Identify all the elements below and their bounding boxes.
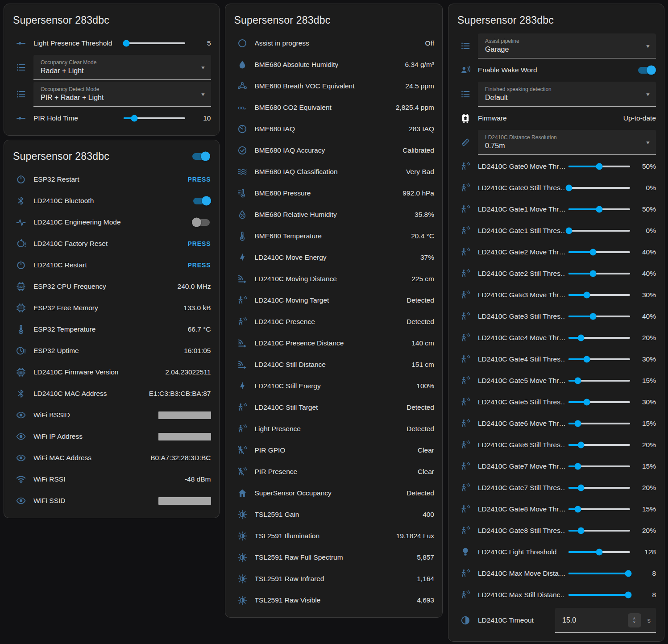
ld2410c-gate1-move-thr-slider[interactable] — [568, 203, 630, 216]
slider-thumb[interactable] — [574, 463, 581, 470]
esp32-restart-press-button[interactable]: PRESS — [188, 176, 211, 183]
row-supersensor-occupancy[interactable]: SuperSensor OccupancyDetected — [233, 482, 435, 504]
slider-thumb[interactable] — [625, 592, 631, 598]
ld2410c-gate4-move-thr-slider[interactable] — [568, 332, 630, 344]
slider-thumb[interactable] — [590, 249, 597, 256]
slider-thumb[interactable] — [577, 528, 584, 534]
row-firmware[interactable]: FirmwareUp-to-date — [456, 108, 656, 129]
occupancy-detect-mode-select[interactable]: Occupancy Detect ModePIR + Radar + Light… — [33, 82, 211, 107]
row-bme680-temperature[interactable]: BME680 Temperature20.4 °C — [233, 225, 435, 247]
ld2410c-gate3-still-thres-slider[interactable] — [568, 310, 630, 323]
ld2410c-max-move-dista-slider[interactable] — [568, 567, 630, 580]
row-ld2410c-firmware-version[interactable]: LD2410C Firmware Version2.04.23022511 — [12, 361, 211, 383]
light-presence-threshold-slider[interactable] — [124, 37, 185, 50]
ld2410c-gate1-still-thres-slider[interactable] — [568, 224, 630, 237]
ld2410c-factory-reset-press-button[interactable]: PRESS — [188, 240, 211, 247]
slider-thumb[interactable] — [584, 399, 590, 406]
row-label: LD2410C Gate6 Still Thres… — [478, 441, 565, 449]
row-wifi-mac-address[interactable]: WiFi MAC AddressB0:A7:32:28:3D:BC — [12, 447, 211, 469]
slider-thumb[interactable] — [584, 356, 590, 363]
row-ld2410c-moving-distance[interactable]: LD2410C Moving Distance225 cm — [233, 268, 435, 290]
row-light-presence[interactable]: Light PresenceDetected — [233, 418, 435, 440]
row-pir-gpio[interactable]: PIR GPIOClear — [233, 440, 435, 461]
slider-thumb[interactable] — [574, 506, 581, 513]
ld2410c-gate6-move-thr-slider[interactable] — [568, 417, 630, 430]
row-ld2410c-still-distance[interactable]: LD2410C Still Distance151 cm — [233, 354, 435, 375]
slider-thumb[interactable] — [596, 549, 603, 556]
ld2410c-gate2-move-thr-slider[interactable] — [568, 246, 630, 258]
row-ld2410c-move-energy[interactable]: LD2410C Move Energy37% — [233, 247, 435, 268]
ld2410c-gate6-still-thres-slider[interactable] — [568, 439, 630, 451]
row-esp32-uptime[interactable]: ESP32 Uptime16:01:05 — [12, 340, 211, 361]
row-ld2410c-presence[interactable]: LD2410C PresenceDetected — [233, 311, 435, 332]
row-wifi-bssid[interactable]: WiFi BSSID — [12, 404, 211, 426]
row-bme680-iaq-accuracy[interactable]: BME680 IAQ AccuracyCalibrated — [233, 140, 435, 161]
ld2410c-engineering-mode-toggle[interactable] — [193, 219, 210, 226]
row-tsl2591-raw-infrared[interactable]: TSL2591 Raw Infrared1,164 — [233, 568, 435, 590]
ld2410c-gate3-move-thr-slider[interactable] — [568, 289, 630, 301]
ld2410c-gate4-still-thres-slider[interactable] — [568, 353, 630, 366]
row-ld2410c-still-target[interactable]: LD2410C Still TargetDetected — [233, 397, 435, 418]
slider-thumb[interactable] — [596, 206, 603, 213]
row-tsl2591-illumination[interactable]: TSL2591 Illumination19.1824 Lux — [233, 525, 435, 547]
row-ld2410c-still-energy[interactable]: LD2410C Still Energy100% — [233, 375, 435, 397]
row-bme680-relative-humidity[interactable]: BME680 Relative Humidity35.8% — [233, 204, 435, 225]
slider-thumb[interactable] — [123, 40, 130, 47]
slider-thumb[interactable] — [584, 292, 590, 299]
slider-thumb[interactable] — [590, 313, 597, 320]
ld2410c-gate8-still-thres-slider[interactable] — [568, 524, 630, 537]
slider-thumb[interactable] — [577, 442, 584, 449]
row-esp32-cpu-frequency[interactable]: 32ESP32 CPU Frequency240.0 MHz — [12, 276, 211, 297]
row-pir-presence[interactable]: PIR PresenceClear — [233, 461, 435, 482]
row-ld2410c-mac-address[interactable]: LD2410C MAC AddressE1:C3:B3:CB:BA:87 — [12, 383, 211, 404]
row-ld2410c-presence-distance[interactable]: LD2410C Presence Distance140 cm — [233, 332, 435, 354]
ld2410c-gate2-still-thres-slider[interactable] — [568, 267, 630, 280]
ld2410c-gate0-still-thres-slider[interactable] — [568, 182, 630, 194]
row-esp32-temperature[interactable]: ESP32 Temperature66.7 °C — [12, 319, 211, 340]
row-wifi-rssi[interactable]: WiFi RSSI-48 dBm — [12, 469, 211, 490]
row-tsl2591-gain[interactable]: TSL2591 Gain400 — [233, 504, 435, 525]
row-tsl2591-raw-visible[interactable]: TSL2591 Raw Visible4,693 — [233, 590, 435, 611]
card-power-toggle[interactable] — [192, 153, 209, 160]
row-wifi-ip-address[interactable]: WiFi IP Address — [12, 426, 211, 447]
slider-thumb[interactable] — [577, 485, 584, 491]
row-wifi-ssid[interactable]: WiFi SSID — [12, 490, 211, 511]
row-bme680-breath-voc-equivalent[interactable]: BME680 Breath VOC Equivalent24.5 ppm — [233, 75, 435, 97]
row-bme680-iaq-classification[interactable]: BME680 IAQ ClassificationVery Bad — [233, 161, 435, 183]
row-bme680-iaq[interactable]: BME680 IAQ283 IAQ — [233, 118, 435, 140]
row-assist-in-progress[interactable]: Assist in progressOff — [233, 33, 435, 54]
slider-thumb[interactable] — [625, 570, 631, 577]
row-tsl2591-raw-full-spectrum[interactable]: TSL2591 Raw Full Spectrum5,857 — [233, 547, 435, 568]
row-bme680-absolute-humidity[interactable]: BME680 Absolute Humidity6.34 g/m³ — [233, 54, 435, 75]
slider-thumb[interactable] — [574, 378, 581, 384]
finished-speaking-detection-select[interactable]: Finished speaking detectionDefault▼ — [478, 82, 656, 107]
row-esp32-free-memory[interactable]: ESP32 Free Memory133.0 kB — [12, 297, 211, 319]
slider-thumb[interactable] — [566, 185, 573, 191]
row-bme680-co2-equivalent[interactable]: CO2BME680 CO2 Equivalent2,825.4 ppm — [233, 97, 435, 118]
ld2410c-gate8-move-thr-slider[interactable] — [568, 503, 630, 515]
assist-pipeline-select[interactable]: Assist pipelineGarage▼ — [478, 33, 656, 58]
ld2410c-gate7-still-thres-slider[interactable] — [568, 482, 630, 494]
stepper-arrows-icon[interactable]: ˄˅ — [628, 613, 641, 627]
occupancy-clear-mode-select[interactable]: Occupancy Clear ModeRadar + Light▼ — [33, 55, 211, 80]
slider-thumb[interactable] — [574, 420, 581, 427]
enable-wake-word-toggle[interactable] — [638, 67, 655, 74]
row-bme680-pressure[interactable]: BME680 Pressure992.0 hPa — [233, 183, 435, 204]
pir-hold-time-slider[interactable] — [124, 112, 185, 125]
ld2410c-bluetooth-toggle[interactable] — [193, 198, 210, 204]
ld2410c-gate5-still-thres-slider[interactable] — [568, 396, 630, 408]
slider-thumb[interactable] — [131, 115, 138, 122]
slider-thumb[interactable] — [577, 335, 584, 341]
row-ld2410c-moving-target[interactable]: LD2410C Moving TargetDetected — [233, 290, 435, 311]
ld2410c-max-still-distanc-slider[interactable] — [568, 589, 630, 601]
ld2410c-light-threshold-slider[interactable] — [568, 546, 630, 558]
slider-thumb[interactable] — [590, 270, 597, 277]
slider-thumb[interactable] — [566, 228, 573, 234]
ld2410c-gate0-move-thr-slider[interactable] — [568, 160, 630, 173]
ld2410c-gate5-move-thr-slider[interactable] — [568, 374, 630, 387]
ld2410c-gate7-move-thr-slider[interactable] — [568, 460, 630, 473]
ld2410c-distance-resolution-select[interactable]: LD2410C Distance Resolution0.75m▼ — [478, 130, 656, 155]
ld2410c-timeout-number-input[interactable]: 15.0˄˅s — [555, 608, 656, 633]
slider-thumb[interactable] — [596, 163, 603, 170]
ld2410c-restart-press-button[interactable]: PRESS — [188, 262, 211, 269]
